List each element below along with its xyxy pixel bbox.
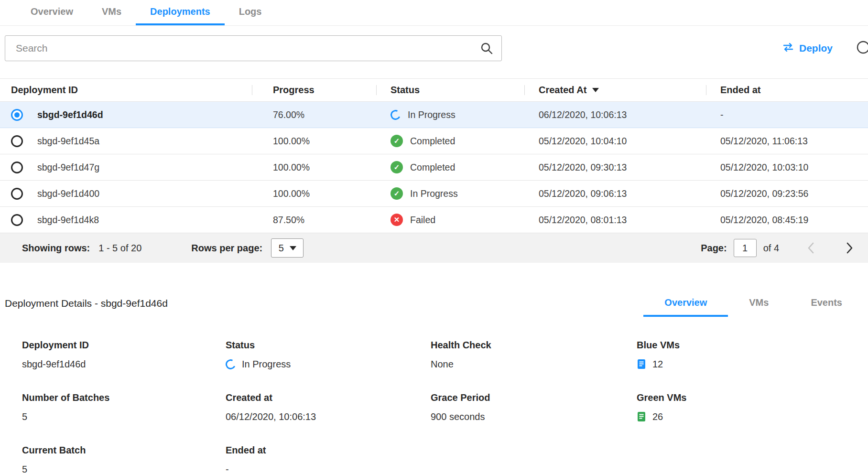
field-value: sbgd-9ef1d46d: [22, 358, 226, 370]
progress-value: 100.00%: [252, 154, 376, 181]
tab-deployments[interactable]: Deployments: [136, 0, 225, 25]
page-total: of 4: [763, 243, 779, 254]
status-label: In Progress: [410, 188, 458, 199]
field-label: Deployment ID: [22, 340, 226, 351]
field-grace-period: Grace Period 900 seconds: [431, 392, 637, 423]
blue-vms-count: 12: [652, 359, 663, 370]
table-row[interactable]: sbgd-9ef1d46d 76.00% In Progress 06/12/2…: [0, 102, 868, 128]
toolbar: Deploy: [5, 35, 863, 61]
field-created-at: Created at 06/12/2020, 10:06:13: [226, 392, 431, 423]
top-tab-bar: Overview VMs Deployments Logs: [0, 0, 868, 26]
field-value: 5: [22, 463, 226, 474]
details-tab-events[interactable]: Events: [790, 297, 863, 317]
showing-rows-value: 1 - 5 of 20: [98, 243, 141, 254]
deploy-button-label: Deploy: [799, 43, 833, 54]
field-green-vms: Green VMs 26: [637, 392, 863, 423]
field-number-of-batches: Number of Batches 5: [22, 392, 226, 423]
page-controls: Page: of 4: [701, 239, 854, 257]
col-header-deployment-id: Deployment ID: [0, 79, 252, 102]
row-radio[interactable]: [11, 135, 23, 147]
deployment-id: sbgd-9ef1d4k8: [37, 215, 99, 226]
check-icon: ✓: [391, 161, 403, 173]
col-header-ended-at: Ended at: [706, 79, 868, 102]
rows-per-page-value: 5: [279, 243, 284, 254]
sort-desc-icon[interactable]: [592, 88, 599, 92]
green-vm-icon: [637, 411, 646, 422]
field-health-check: Health Check None: [431, 340, 637, 370]
field-value: None: [431, 358, 637, 370]
rows-per-page-select[interactable]: 5: [271, 238, 304, 258]
ended-at-value: 05/12/2020, 11:06:13: [706, 128, 868, 154]
deployment-id: sbgd-9ef1d400: [37, 188, 99, 199]
search-input[interactable]: [5, 35, 502, 61]
status-label: Failed: [410, 215, 435, 226]
table-header: Deployment ID Progress Status Created At…: [0, 79, 868, 102]
field-label: Ended at: [226, 445, 431, 456]
field-value: 26: [637, 410, 863, 423]
prev-page-button[interactable]: [807, 242, 814, 254]
table-row[interactable]: sbgd-9ef1d47g 100.00% ✓ Completed 05/12/…: [0, 154, 868, 181]
col-header-progress: Progress: [252, 79, 376, 102]
status-label: Completed: [410, 162, 455, 173]
field-label: Grace Period: [431, 392, 637, 403]
created-at-value: 05/12/2020, 08:01:13: [524, 207, 706, 233]
created-at-value: 05/12/2020, 09:30:13: [524, 154, 706, 181]
details-tab-vms[interactable]: VMs: [728, 297, 790, 317]
field-label: Created at: [226, 392, 431, 403]
search-box: [5, 35, 502, 61]
deployment-id: sbgd-9ef1d46d: [37, 109, 103, 120]
col-header-created-at-label: Created At: [539, 85, 586, 95]
x-icon: ✕: [391, 214, 403, 226]
field-current-batch: Current Batch 5: [22, 445, 226, 474]
deployments-table: Deployment ID Progress Status Created At…: [0, 78, 868, 233]
toolbar-right: Deploy: [782, 40, 863, 57]
pagination-bar: Showing rows: 1 - 5 of 20 Rows per page:…: [0, 233, 868, 263]
field-status: Status In Progress: [226, 340, 431, 370]
field-value: 5: [22, 410, 226, 423]
field-value: -: [226, 463, 431, 474]
deployment-id: sbgd-9ef1d45a: [37, 136, 99, 147]
field-deployment-id: Deployment ID sbgd-9ef1d46d: [22, 340, 226, 370]
field-value: 06/12/2020, 10:06:13: [226, 410, 431, 423]
details-tab-bar: Overview VMs Events: [643, 297, 863, 317]
field-label: Status: [226, 340, 431, 351]
progress-value: 76.00%: [252, 102, 376, 128]
field-label: Green VMs: [637, 392, 863, 403]
status-label: In Progress: [408, 109, 456, 120]
deploy-button[interactable]: Deploy: [782, 43, 833, 54]
status-value: In Progress: [242, 359, 291, 370]
deploy-arrows-icon: [782, 43, 794, 54]
deployment-details-section: Deployment Details - sbgd-9ef1d46d Overv…: [0, 297, 868, 474]
rows-per-page-label: Rows per page:: [191, 243, 262, 254]
row-radio[interactable]: [11, 214, 23, 226]
details-title: Deployment Details - sbgd-9ef1d46d: [5, 298, 168, 317]
field-value: 900 seconds: [431, 410, 637, 423]
field-blue-vms: Blue VMs 12: [637, 340, 863, 370]
refresh-icon[interactable]: [856, 40, 868, 57]
showing-rows-label: Showing rows:: [22, 243, 90, 254]
row-radio[interactable]: [11, 109, 23, 121]
next-page-button[interactable]: [846, 242, 854, 254]
created-at-value: 06/12/2020, 10:06:13: [524, 102, 706, 128]
progress-value: 87.50%: [252, 207, 376, 233]
col-header-created-at[interactable]: Created At: [524, 79, 706, 102]
ended-at-value: 05/12/2020, 10:03:10: [706, 154, 868, 181]
chevron-down-icon: [290, 246, 296, 250]
field-label: Health Check: [431, 340, 637, 351]
table-row[interactable]: sbgd-9ef1d4k8 87.50% ✕ Failed 05/12/2020…: [0, 207, 868, 233]
search-icon[interactable]: [480, 42, 493, 57]
details-tab-overview[interactable]: Overview: [643, 297, 728, 317]
created-at-value: 05/12/2020, 10:04:10: [524, 128, 706, 154]
col-header-status: Status: [376, 79, 524, 102]
table-row[interactable]: sbgd-9ef1d400 100.00% ✓ In Progress 05/1…: [0, 181, 868, 207]
page-input[interactable]: [734, 239, 757, 257]
tab-logs[interactable]: Logs: [225, 0, 276, 25]
ended-at-value: 05/12/2020, 08:45:19: [706, 207, 868, 233]
row-radio[interactable]: [11, 162, 23, 173]
spinner-icon: [224, 358, 237, 371]
row-radio[interactable]: [11, 188, 23, 200]
ended-at-value: -: [706, 102, 868, 128]
table-row[interactable]: sbgd-9ef1d45a 100.00% ✓ Completed 05/12/…: [0, 128, 868, 154]
tab-overview[interactable]: Overview: [16, 0, 87, 25]
tab-vms[interactable]: VMs: [87, 0, 136, 25]
